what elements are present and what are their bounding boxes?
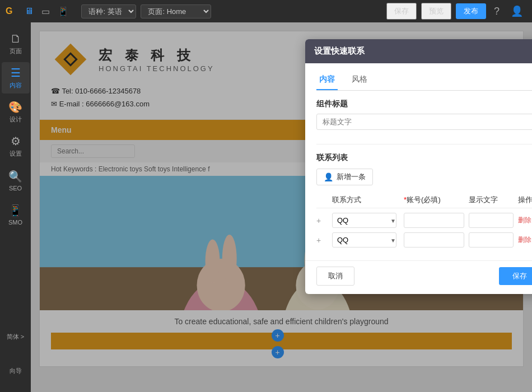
table-row-2: + QQ Skype WhatsApp 阿里旺旺 邮箱 电话 短信 二维码 其他 <box>316 232 532 248</box>
col-display: 显示文字 <box>469 195 514 205</box>
content-label: 内容 <box>10 81 22 90</box>
sidebar-item-content[interactable]: ☰ 内容 <box>2 62 30 94</box>
preview-button[interactable]: 预览 <box>421 3 451 20</box>
design-label: 设计 <box>10 115 22 124</box>
seo-icon: 🔍 <box>8 170 22 183</box>
sidebar-item-guide[interactable]: 向导 <box>2 355 30 386</box>
drag-handle-1[interactable]: + <box>316 216 328 225</box>
account-input-2[interactable] <box>404 232 464 248</box>
sidebar-item-page[interactable]: 🗋 页面 <box>2 28 30 59</box>
cancel-button[interactable]: 取消 <box>316 267 354 286</box>
main-layout: 🗋 页面 ☰ 内容 🎨 设计 ⚙ 设置 🔍 SEO 📱 SMO 简体 > <box>0 22 532 392</box>
left-sidebar: 🗋 页面 ☰ 内容 🎨 设计 ⚙ 设置 🔍 SEO 📱 SMO 简体 > <box>0 22 31 392</box>
publish-button[interactable]: 发布 <box>456 3 486 19</box>
user-avatar[interactable]: 👤 <box>507 4 526 18</box>
table-header: 联系方式 *账号(必填) 显示文字 操作 <box>316 192 532 208</box>
content-icon: ☰ <box>11 66 21 80</box>
settings-icon: ⚙ <box>11 134 21 148</box>
delete-btn-2[interactable]: 删除 <box>518 235 532 245</box>
top-toolbar: G 🖥 ▭ 📱 语种: 英语 页面: Home 保存 预览 发布 ? 👤 <box>0 0 532 22</box>
delete-btn-1[interactable]: 删除 <box>518 216 532 225</box>
method-select-1[interactable]: QQ Skype WhatsApp 阿里旺旺 邮箱 电话 短信 二维码 其他 <box>332 213 396 228</box>
sidebar-item-jianwei[interactable]: 简体 > <box>2 321 30 352</box>
component-title-label: 组件标题 <box>316 99 532 109</box>
dialog-header: 设置快速联系 ✕ <box>305 39 532 63</box>
method-select-wrapper-2: QQ Skype WhatsApp 阿里旺旺 邮箱 电话 短信 二维码 其他 ▼ <box>332 232 399 248</box>
settings-dialog: 设置快速联系 ✕ 内容 风格 组件标题 联系列表 👤 新 <box>305 39 532 294</box>
jianwei-label: 简体 > <box>7 333 24 341</box>
sidebar-item-settings[interactable]: ⚙ 设置 <box>2 130 30 162</box>
help-icon[interactable]: ? <box>491 4 503 18</box>
desktop-icon[interactable]: 🖥 <box>22 5 36 18</box>
guide-label: 向导 <box>10 367 22 375</box>
sidebar-item-design[interactable]: 🎨 设计 <box>2 96 30 128</box>
page-icon: 🗋 <box>10 32 21 45</box>
mobile-icon[interactable]: 📱 <box>55 5 71 18</box>
table-row: + QQ Skype WhatsApp 阿里旺旺 邮箱 电话 短信 二维码 其他 <box>316 213 532 228</box>
save-button[interactable]: 保存 <box>499 267 532 285</box>
add-btn-label: 新增一条 <box>337 172 366 182</box>
col-account: *账号(必填) <box>404 195 464 205</box>
display-input-1[interactable] <box>469 213 514 228</box>
add-icon: 👤 <box>324 172 333 181</box>
drag-handle-2[interactable]: + <box>316 236 328 245</box>
canvas-area: 宏 泰 科 技 HONGTAI TECHNOLOGY ☎ Tel: 010-66… <box>31 22 532 392</box>
dialog-title: 设置快速联系 <box>314 46 365 57</box>
col-method: 联系方式 <box>332 195 399 205</box>
settings-label: 设置 <box>10 150 22 158</box>
dialog-tabs: 内容 风格 <box>316 72 532 91</box>
tab-style[interactable]: 风格 <box>349 72 370 90</box>
page-label: 页面 <box>10 47 22 55</box>
page-select[interactable]: 页面: Home <box>141 4 211 18</box>
tab-content[interactable]: 内容 <box>316 72 338 90</box>
dialog-footer: 取消 保存 <box>305 260 532 294</box>
smo-label: SMO <box>8 219 22 226</box>
seo-label: SEO <box>9 185 22 192</box>
add-contact-button[interactable]: 👤 新增一条 <box>316 169 373 185</box>
col-operation: 操作 <box>518 195 532 205</box>
account-input-1[interactable] <box>404 213 464 228</box>
method-select-2[interactable]: QQ Skype WhatsApp 阿里旺旺 邮箱 电话 短信 二维码 其他 <box>332 232 396 248</box>
design-icon: 🎨 <box>8 100 22 114</box>
language-select[interactable]: 语种: 英语 <box>81 4 136 18</box>
display-input-2[interactable] <box>469 232 514 248</box>
app-logo: G <box>6 6 12 16</box>
device-icons: 🖥 ▭ 📱 <box>22 5 71 18</box>
contact-list-label: 联系列表 <box>316 153 532 163</box>
sidebar-item-smo[interactable]: 📱 SMO <box>2 199 30 230</box>
dialog-body: 内容 风格 组件标题 联系列表 👤 新增一条 联系方式 <box>305 63 532 260</box>
sidebar-item-seo[interactable]: 🔍 SEO <box>2 165 30 196</box>
method-select-wrapper-1: QQ Skype WhatsApp 阿里旺旺 邮箱 电话 短信 二维码 其他 ▼ <box>332 213 399 228</box>
smo-icon: 📱 <box>8 204 22 217</box>
section-divider <box>316 144 532 144</box>
tablet-icon[interactable]: ▭ <box>39 5 52 18</box>
save-button[interactable]: 保存 <box>386 3 417 20</box>
title-input[interactable] <box>316 114 532 130</box>
sidebar-bottom: 简体 > 向导 <box>2 321 30 392</box>
